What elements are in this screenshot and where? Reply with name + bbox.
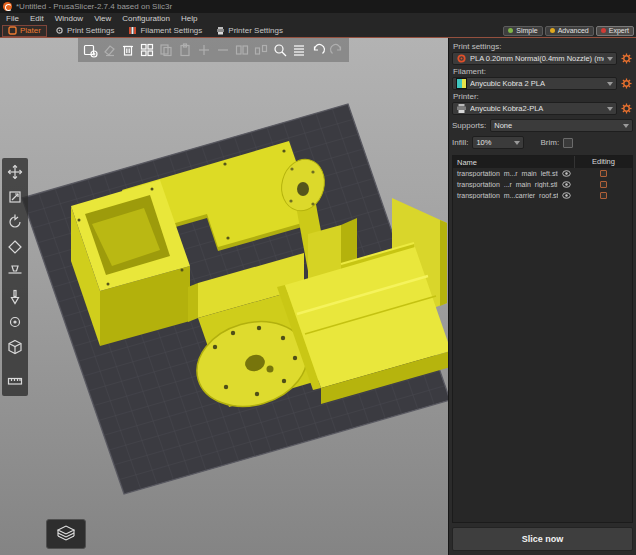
prusaslicer-window: *Untitled - PrusaSlicer-2.7.4 based on S… bbox=[0, 0, 636, 555]
chevron-down-icon bbox=[607, 57, 613, 61]
menu-help[interactable]: Help bbox=[181, 14, 197, 23]
paint-on-supports-icon[interactable] bbox=[6, 288, 24, 306]
editing-toggle[interactable] bbox=[574, 192, 632, 199]
filament-combo[interactable]: Anycubic Kobra 2 PLA bbox=[452, 77, 617, 90]
infill-row: Infill: 10% Brim: bbox=[452, 136, 633, 149]
object-row[interactable]: transportation_m...carrier_roof.stl bbox=[453, 190, 632, 201]
undo-icon[interactable] bbox=[310, 42, 326, 58]
tab-printer-settings[interactable]: Printer Settings bbox=[210, 25, 289, 37]
tab-print-settings-label: Print Settings bbox=[67, 26, 115, 35]
scale-icon[interactable] bbox=[6, 188, 24, 206]
viewport-toolbar bbox=[78, 38, 349, 62]
variable-layer-height-icon[interactable] bbox=[291, 42, 307, 58]
paste-icon[interactable] bbox=[177, 42, 193, 58]
visibility-eye-icon[interactable] bbox=[558, 192, 574, 199]
gear-icon bbox=[621, 103, 632, 114]
printer-gear-button[interactable] bbox=[620, 102, 633, 115]
slice-now-button[interactable]: Slice now bbox=[452, 527, 633, 551]
mode-advanced-button[interactable]: Advanced bbox=[545, 26, 594, 36]
chevron-down-icon bbox=[623, 124, 629, 128]
arrange-icon[interactable] bbox=[139, 42, 155, 58]
seam-painting-icon[interactable] bbox=[6, 313, 24, 331]
object-list: Name Editing transportation_m...r_main_l… bbox=[452, 155, 633, 523]
sliced-layers-icon bbox=[53, 524, 79, 544]
cut-icon[interactable] bbox=[6, 263, 24, 281]
remove-instance-icon[interactable] bbox=[215, 42, 231, 58]
object-name: transportation_m...r_main_left.stl bbox=[453, 170, 558, 177]
menu-configuration[interactable]: Configuration bbox=[122, 14, 170, 23]
menu-view[interactable]: View bbox=[94, 14, 111, 23]
filament-gear-button[interactable] bbox=[620, 77, 633, 90]
filament-value: Anycubic Kobra 2 PLA bbox=[470, 79, 604, 88]
measure-icon[interactable] bbox=[6, 372, 24, 390]
window-title: *Untitled - PrusaSlicer-2.7.4 based on S… bbox=[16, 2, 172, 11]
add-icon[interactable] bbox=[82, 42, 98, 58]
editing-toggle[interactable] bbox=[574, 181, 632, 188]
gear-icon bbox=[621, 53, 632, 64]
supports-label: Supports: bbox=[452, 121, 486, 130]
3d-scene bbox=[0, 38, 448, 555]
supports-row: Supports: None bbox=[452, 119, 633, 132]
brim-checkbox[interactable] bbox=[563, 138, 573, 148]
copy-icon[interactable] bbox=[158, 42, 174, 58]
infill-label: Infill: bbox=[452, 138, 468, 147]
delete-icon[interactable] bbox=[101, 42, 117, 58]
object-row[interactable]: transportation_...r_main_right.stl bbox=[453, 179, 632, 190]
emboss-icon[interactable] bbox=[6, 338, 24, 356]
print-settings-row: PLA 0.20mm Normal(0.4mm Nozzle) (modifie… bbox=[452, 52, 633, 65]
menu-file[interactable]: File bbox=[6, 14, 19, 23]
print-settings-gear-button[interactable] bbox=[620, 52, 633, 65]
tab-plater-label: Plater bbox=[20, 26, 41, 35]
tab-plater[interactable]: Plater bbox=[2, 25, 47, 37]
split-to-objects-icon[interactable] bbox=[234, 42, 250, 58]
search-icon[interactable] bbox=[272, 42, 288, 58]
object-row[interactable]: transportation_m...r_main_left.stl bbox=[453, 168, 632, 179]
main-content: Print settings: PLA 0.20mm Normal(0.4mm … bbox=[0, 38, 636, 555]
chevron-down-icon bbox=[514, 141, 520, 145]
tabbar: Plater Print Settings Filament Settings … bbox=[0, 24, 636, 37]
move-icon[interactable] bbox=[6, 163, 24, 181]
supports-value: None bbox=[494, 121, 620, 130]
menu-window[interactable]: Window bbox=[55, 14, 83, 23]
mode-simple-button[interactable]: Simple bbox=[503, 26, 542, 36]
app-logo-icon bbox=[3, 2, 12, 11]
gizmo-toolbar bbox=[2, 158, 28, 396]
delete-all-icon[interactable] bbox=[120, 42, 136, 58]
object-list-empty-area bbox=[453, 201, 632, 522]
redo-icon[interactable] bbox=[329, 42, 345, 58]
tab-print-settings[interactable]: Print Settings bbox=[49, 25, 121, 37]
mode-simple-label: Simple bbox=[516, 27, 537, 34]
tab-filament-settings[interactable]: Filament Settings bbox=[122, 25, 208, 37]
visibility-eye-icon[interactable] bbox=[558, 170, 574, 177]
menu-edit[interactable]: Edit bbox=[30, 14, 44, 23]
editing-toggle[interactable] bbox=[574, 170, 632, 177]
brim-label: Brim: bbox=[540, 138, 559, 147]
gear-icon bbox=[621, 78, 632, 89]
object-name: transportation_m...carrier_roof.stl bbox=[453, 192, 558, 199]
advanced-dot-icon bbox=[550, 28, 555, 33]
add-instance-icon[interactable] bbox=[196, 42, 212, 58]
printer-icon bbox=[216, 26, 225, 35]
expert-dot-icon bbox=[601, 28, 606, 33]
printer-combo[interactable]: Anycubic Kobra2-PLA bbox=[452, 102, 617, 115]
split-to-parts-icon[interactable] bbox=[253, 42, 269, 58]
printer-row: Anycubic Kobra2-PLA bbox=[452, 102, 633, 115]
mode-expert-button[interactable]: Expert bbox=[596, 26, 634, 36]
visibility-eye-icon[interactable] bbox=[558, 181, 574, 188]
print-settings-combo[interactable]: PLA 0.20mm Normal(0.4mm Nozzle) (modifie… bbox=[452, 52, 617, 65]
plater-icon bbox=[8, 26, 17, 35]
object-list-header: Name Editing bbox=[453, 156, 632, 168]
chevron-down-icon bbox=[607, 82, 613, 86]
sliced-layers-view-button[interactable] bbox=[46, 519, 86, 549]
filament-row: Anycubic Kobra 2 PLA bbox=[452, 77, 633, 90]
editing-toggle-icon bbox=[600, 192, 607, 199]
mode-advanced-label: Advanced bbox=[558, 27, 589, 34]
place-on-face-icon[interactable] bbox=[6, 238, 24, 256]
rotate-icon[interactable] bbox=[6, 213, 24, 231]
supports-combo[interactable]: None bbox=[490, 119, 633, 132]
editing-column-header: Editing bbox=[574, 156, 632, 168]
infill-combo[interactable]: 10% bbox=[472, 136, 524, 149]
viewport-canvas[interactable] bbox=[0, 38, 448, 555]
filament-color-swatch bbox=[456, 78, 467, 89]
modified-settings-icon bbox=[456, 53, 467, 64]
